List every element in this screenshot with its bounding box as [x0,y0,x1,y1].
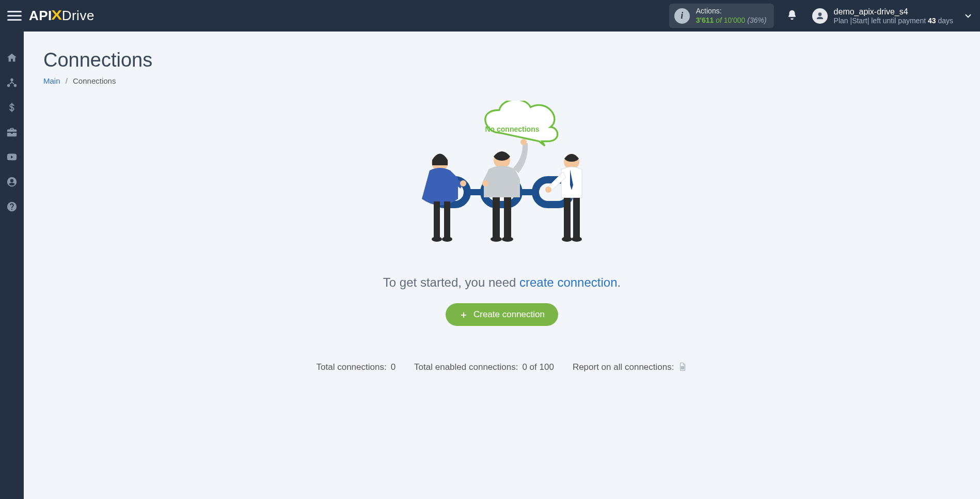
user-plan-suffix: days [936,17,953,25]
svg-rect-6 [434,201,440,238]
sidebar-item-briefcase[interactable] [6,127,18,138]
svg-rect-13 [504,197,511,238]
user-name: demo_apix-drive_s4 [834,7,953,17]
user-plan-days: 43 [928,17,936,25]
user-plan-line: Plan |Start| left until payment 43 days [834,17,953,25]
main-content: Connections Main / Connections No connec… [24,32,980,499]
svg-rect-20 [573,198,580,238]
user-block[interactable]: demo_apix-drive_s4 Plan |Start| left unt… [834,7,953,25]
empty-lead-text: To get started, you need create connecti… [43,275,960,290]
create-connection-link[interactable]: create connection [519,275,617,289]
cloud-text-svg: No connections [485,125,539,133]
svg-rect-19 [564,198,571,238]
sidebar-item-help[interactable] [6,201,18,212]
document-icon[interactable] [678,362,687,372]
svg-rect-12 [493,197,500,238]
stat-report: Report on all connections: [573,362,688,372]
info-icon: i [674,8,690,24]
breadcrumb-current: Connections [73,76,116,85]
svg-point-15 [502,237,513,242]
actions-of: of [716,16,722,24]
svg-point-22 [572,237,582,242]
sidebar-item-youtube[interactable] [6,151,18,163]
sidebar [0,32,24,499]
stat-enabled-value: 0 of 100 [522,362,554,372]
logo-x: X [51,7,62,23]
stat-total: Total connections: 0 [317,362,396,372]
svg-point-10 [460,180,466,186]
actions-usage-box[interactable]: i Actions: 3'611 of 10'000 (36%) [669,4,774,28]
app-header: API X Drive i Actions: 3'611 of 10'000 (… [0,0,980,32]
stat-total-label: Total connections: [317,362,387,372]
svg-point-21 [562,237,572,242]
create-connection-button[interactable]: ＋ Create connection [446,303,558,326]
svg-point-16 [520,139,527,145]
no-connections-illustration: No connections [404,101,600,266]
actions-used: 3'611 [696,16,714,24]
page-title: Connections [43,49,960,71]
svg-point-9 [442,237,452,242]
user-plan-name: Start [852,17,867,25]
svg-point-8 [432,237,442,242]
notifications-button[interactable] [786,9,798,23]
user-plan-prefix: Plan | [834,17,852,25]
cta-label: Create connection [473,309,545,320]
actions-percent: (36%) [747,16,766,24]
menu-toggle-button[interactable] [7,9,22,23]
avatar[interactable] [812,8,828,24]
lead-suffix: . [617,275,621,289]
lead-prefix: To get started, you need [383,275,519,289]
logo-api: API [29,8,52,24]
logo-drive: Drive [62,8,94,24]
user-plan-mid: | left until payment [867,17,928,25]
empty-state: No connections [43,101,960,372]
svg-rect-7 [444,201,450,238]
plus-icon: ＋ [459,310,468,319]
logo[interactable]: API X Drive [29,8,94,24]
stats-row: Total connections: 0 Total enabled conne… [43,362,960,372]
user-menu-chevron-icon[interactable] [963,11,973,21]
sidebar-item-billing[interactable] [6,102,18,113]
actions-total: 10'000 [724,16,746,24]
breadcrumb: Main / Connections [43,76,960,85]
svg-point-23 [545,186,551,193]
actions-label: Actions: [696,7,767,16]
stat-total-value: 0 [391,362,396,372]
actions-text: Actions: 3'611 of 10'000 (36%) [696,7,767,25]
sidebar-item-account[interactable] [6,176,18,188]
breadcrumb-main-link[interactable]: Main [43,76,60,85]
svg-point-17 [482,180,488,186]
stat-enabled-label: Total enabled connections: [414,362,518,372]
stat-enabled: Total enabled connections: 0 of 100 [414,362,554,372]
stat-report-label: Report on all connections: [573,362,674,372]
sidebar-item-connections[interactable] [6,77,18,88]
breadcrumb-separator: / [66,76,68,85]
svg-point-14 [491,237,502,242]
sidebar-item-home[interactable] [6,52,18,64]
